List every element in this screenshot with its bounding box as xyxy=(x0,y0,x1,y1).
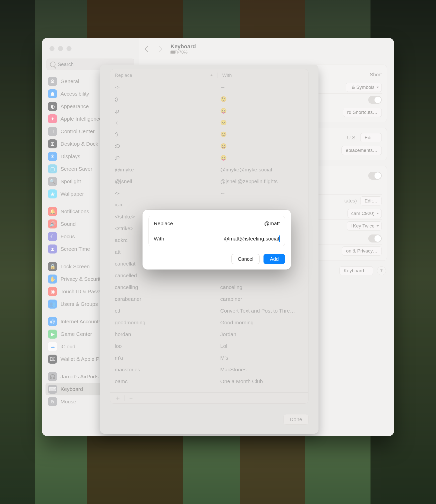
replace-field-input[interactable] xyxy=(186,220,280,226)
dictation-toggle-2[interactable] xyxy=(368,234,382,242)
dictation-lang-edit-button[interactable]: Edit… xyxy=(360,196,382,205)
replace-field-label: Replace xyxy=(154,220,186,226)
battery-percent: 70% xyxy=(179,50,188,55)
sidebar-item-label: Desktop & Dock xyxy=(60,141,98,147)
input-source-edit-button[interactable]: Edit… xyxy=(360,133,382,142)
battery-icon xyxy=(170,51,178,54)
minimize-light[interactable] xyxy=(58,46,63,51)
sidebar-item-label: Privacy & Security xyxy=(60,276,103,282)
dictation-toggle[interactable] xyxy=(368,172,382,180)
apple-intelligence-icon: ✦ xyxy=(48,114,57,123)
focus-icon: ☾ xyxy=(48,232,57,241)
sidebar-item-label: Users & Groups xyxy=(60,301,98,307)
with-field-value[interactable]: @matt@isfeeling.social xyxy=(224,236,279,242)
keyboard-shortcuts-button[interactable]: rd Shortcuts… xyxy=(343,108,382,117)
sidebar-item-label: Sound xyxy=(60,221,76,227)
sidebar-item-label: Notifications xyxy=(60,208,89,214)
sidebar-item-label: Internet Accounts xyxy=(60,319,101,325)
screen-saver-icon: ▢ xyxy=(48,164,57,173)
emoji-symbols-dropdown[interactable]: i & Symbols xyxy=(346,83,382,92)
add-button[interactable]: Add xyxy=(264,254,285,264)
airpods-icon: 🎧 xyxy=(48,372,57,381)
sidebar-item-label: Appearance xyxy=(60,103,89,109)
desktop-dock-icon: ⊞ xyxy=(48,139,57,148)
nav-back-icon[interactable] xyxy=(144,45,152,52)
mouse-icon: 🖱 xyxy=(48,397,57,406)
sidebar-item-label: Screen Time xyxy=(60,246,90,252)
users-groups-icon: 👥 xyxy=(48,300,57,309)
dictation-privacy-button[interactable]: on & Privacy… xyxy=(342,246,382,256)
sidebar-item-label: Spotlight xyxy=(60,178,81,184)
dictation-lang-value: tates) xyxy=(344,198,357,204)
close-light[interactable] xyxy=(50,46,54,51)
sidebar-item-label: Mouse xyxy=(60,399,76,405)
zoom-light[interactable] xyxy=(66,46,72,51)
sidebar-item-label: Focus xyxy=(60,233,75,239)
nav-forward-icon[interactable] xyxy=(156,45,162,52)
sidebar-item-label: iCloud xyxy=(60,344,76,350)
general-icon: ⚙︎ xyxy=(48,77,57,86)
cancel-button[interactable]: Cancel xyxy=(232,254,260,264)
accessibility-icon: ☗ xyxy=(48,89,57,98)
screen-time-icon: ⧗ xyxy=(48,244,57,254)
sidebar-item-label: General xyxy=(60,78,79,84)
sidebar-item-label: Wallpaper xyxy=(60,191,84,197)
text-cursor xyxy=(279,235,280,242)
sidebar-item-label: Jarrod's AirPods xyxy=(60,374,98,380)
icloud-icon: ☁︎ xyxy=(48,342,57,351)
spotlight-icon: 🔍 xyxy=(48,177,57,186)
help-button[interactable]: ? xyxy=(377,266,386,275)
replace-field-row: Replace xyxy=(149,216,285,231)
wallet-icon: ⌧ xyxy=(48,355,57,364)
tab-key-toggle[interactable] xyxy=(368,96,382,104)
sidebar-item-label: Screen Saver xyxy=(60,166,92,172)
with-field-label: With xyxy=(154,236,186,242)
touch-id-icon: ◉ xyxy=(48,287,57,296)
privacy-security-icon: ✋ xyxy=(48,275,57,284)
slider-short-label: Short xyxy=(370,72,382,78)
notifications-icon: 🔔 xyxy=(48,207,57,216)
internet-accounts-icon: @ xyxy=(48,317,57,326)
page-title: Keyboard xyxy=(170,43,196,50)
control-center-icon: ⌗ xyxy=(48,127,57,136)
sidebar-item-label: Game Center xyxy=(60,331,92,337)
displays-icon: ☀︎ xyxy=(48,152,57,161)
sidebar-item-label: Lock Screen xyxy=(60,264,90,270)
appearance-icon: ◐ xyxy=(48,102,57,111)
game-center-icon: ▶︎ xyxy=(48,330,57,339)
sidebar-item-label: Wallet & Apple Pay xyxy=(60,356,105,362)
input-source-value: U.S. xyxy=(347,135,357,141)
lock-screen-icon: 🔒 xyxy=(48,262,57,271)
dictation-shortcut-dropdown[interactable]: l Key Twice xyxy=(347,221,382,230)
search-icon xyxy=(50,62,56,67)
sidebar-item-label: Accessibility xyxy=(60,91,89,97)
text-replacements-button[interactable]: eplacements… xyxy=(342,146,382,155)
wallpaper-icon: ❀ xyxy=(48,189,57,198)
setup-keyboard-button[interactable]: Keyboard… xyxy=(340,266,373,275)
window-controls xyxy=(50,46,72,51)
keyboard-icon: ⌨︎ xyxy=(48,385,57,394)
sidebar-item-label: Keyboard xyxy=(60,386,83,392)
mic-source-dropdown[interactable]: cam C920) xyxy=(348,209,382,218)
sidebar-item-label: Control Center xyxy=(60,128,95,134)
with-field-row: With @matt@isfeeling.social xyxy=(149,231,285,246)
add-replacement-dialog: Replace With @matt@isfeeling.social Canc… xyxy=(142,210,291,270)
sidebar-item-label: Apple Intelligence xyxy=(60,116,102,122)
sound-icon: 🔊 xyxy=(48,219,57,228)
sidebar-item-label: Displays xyxy=(60,153,80,159)
main-header: Keyboard 70% xyxy=(139,38,394,60)
battery-row: 70% xyxy=(170,50,196,55)
